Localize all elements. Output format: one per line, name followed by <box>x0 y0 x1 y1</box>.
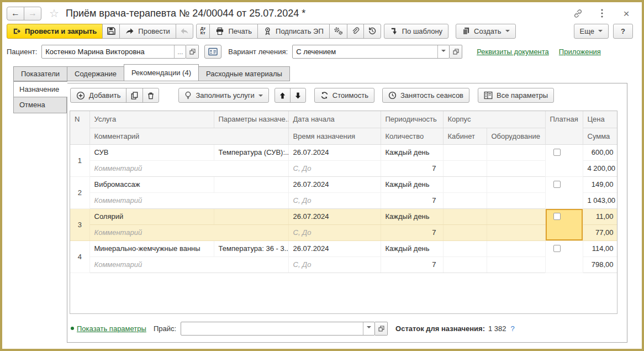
copy-row-button[interactable] <box>126 88 143 103</box>
history-button[interactable] <box>363 24 381 39</box>
cost-button[interactable]: Стоимость <box>314 88 374 103</box>
post-button[interactable]: Провести <box>119 24 176 39</box>
table-row[interactable]: 4 Минерально-жемчужные ванны Температура… <box>70 240 617 256</box>
table-row[interactable]: 1 СУВ Температура (СУВ):... 26.07.2024 К… <box>70 144 617 160</box>
attachments-button[interactable] <box>347 24 364 39</box>
kebab-menu-icon[interactable] <box>597 8 608 19</box>
table-row-selected[interactable]: Комментарий С, До 7 77,00 <box>70 224 617 240</box>
all-params-button[interactable]: Все параметры <box>478 88 554 103</box>
service-cell[interactable]: Вибромассаж <box>89 176 214 192</box>
side-tab-assignment[interactable]: Назначение <box>13 81 67 97</box>
paid-checkbox[interactable] <box>553 149 561 156</box>
date-cell[interactable]: 26.07.2024 <box>288 240 381 256</box>
paid-cell[interactable] <box>545 240 583 273</box>
more-button[interactable]: Еще <box>574 24 609 39</box>
sign-ep-button[interactable]: Подписать ЭП <box>257 24 330 39</box>
price-list-dropdown-button[interactable] <box>363 322 374 335</box>
patient-choose-button[interactable]: ... <box>174 45 186 58</box>
equipment-cell[interactable] <box>487 144 545 160</box>
delete-row-button[interactable] <box>142 88 159 103</box>
cabinet-cell[interactable] <box>443 144 487 160</box>
document-requisites-link[interactable]: Реквизиты документа <box>477 48 549 56</box>
back-button[interactable]: ← <box>7 7 24 20</box>
forward-button[interactable]: → <box>24 7 41 20</box>
favorite-star-icon[interactable]: ☆ <box>49 7 59 20</box>
sum-cell[interactable]: 77,00 <box>583 224 617 240</box>
col-header-periodicity[interactable]: Периодичность <box>381 111 443 128</box>
col-header-cabinet[interactable]: Кабинет <box>443 128 487 144</box>
sum-cell[interactable]: 4 200,00 <box>583 160 617 176</box>
create-button[interactable]: Создать <box>456 24 515 39</box>
col-header-params[interactable]: Параметры назначе... <box>214 111 288 128</box>
tab-materials[interactable]: Расходные материалы <box>198 66 290 81</box>
qty-cell[interactable]: 7 <box>381 256 443 273</box>
service-cell[interactable]: СУВ <box>89 144 214 160</box>
comment-cell[interactable]: Комментарий <box>89 192 288 208</box>
params-cell[interactable] <box>214 176 288 192</box>
time-cell[interactable]: С, До <box>288 192 381 208</box>
side-tab-cancel[interactable]: Отмена <box>13 97 67 113</box>
paid-cell[interactable] <box>545 144 583 176</box>
col-header-assign-time[interactable]: Время назначения <box>288 128 381 144</box>
patient-input[interactable] <box>42 45 174 58</box>
settings-button[interactable] <box>329 24 347 39</box>
time-cell[interactable]: С, До <box>288 160 381 176</box>
params-cell[interactable]: Температура (СУВ):... <box>214 144 288 160</box>
tab-content[interactable]: Содержание <box>67 66 124 81</box>
price-cell[interactable]: 149,00 <box>583 176 617 192</box>
by-template-button[interactable]: По шаблону <box>384 24 448 39</box>
treatment-dropdown-button[interactable] <box>437 45 449 58</box>
col-header-building[interactable]: Корпус <box>443 111 545 128</box>
paid-checkbox[interactable] <box>553 245 561 252</box>
paid-cell[interactable] <box>545 176 583 208</box>
period-cell[interactable]: Каждый день <box>381 144 443 160</box>
price-cell[interactable]: 600,00 <box>583 144 617 160</box>
service-cell[interactable]: Солярий <box>89 208 214 224</box>
date-cell[interactable]: 26.07.2024 <box>288 176 381 192</box>
dtkt-button[interactable]: ДтКт <box>196 24 210 39</box>
patient-card-button[interactable] <box>204 45 221 59</box>
patient-open-button[interactable] <box>186 45 199 59</box>
paid-cell-focused[interactable] <box>545 208 583 240</box>
move-down-button[interactable] <box>290 88 306 103</box>
period-cell[interactable]: Каждый день <box>381 176 443 192</box>
paid-checkbox[interactable] <box>553 213 561 220</box>
undo-button[interactable] <box>176 24 193 39</box>
price-list-open-button[interactable] <box>375 322 388 336</box>
params-cell[interactable] <box>214 208 288 224</box>
comment-cell[interactable]: Комментарий <box>89 224 288 240</box>
paid-checkbox[interactable] <box>553 181 561 188</box>
date-cell[interactable]: 26.07.2024 <box>288 208 381 224</box>
table-row[interactable]: Комментарий С, До 7 798,00 <box>70 256 617 273</box>
sum-cell[interactable]: 1 043,00 <box>583 192 617 208</box>
params-cell[interactable]: Температура: 36 - 3... <box>214 240 288 256</box>
tab-recommendations[interactable]: Рекомендации (4) <box>124 64 199 81</box>
table-row[interactable]: Комментарий С, До 7 1 043,00 <box>70 192 617 208</box>
col-header-price[interactable]: Цена <box>583 111 617 128</box>
table-row[interactable]: Комментарий С, До 7 4 200,00 <box>70 160 617 176</box>
print-button[interactable]: Печать <box>209 24 258 39</box>
price-cell[interactable]: 11,00 <box>583 208 617 224</box>
table-row-selected[interactable]: 3 Солярий 26.07.2024 Каждый день 11,00 <box>70 208 617 224</box>
show-params-link[interactable]: Показать параметры <box>77 324 146 333</box>
fill-services-button[interactable]: Заполнить услуги <box>178 88 268 103</box>
col-header-date-start[interactable]: Дата начала <box>288 111 381 128</box>
time-cell[interactable]: С, До <box>288 224 381 240</box>
tab-indicators[interactable]: Показатели <box>13 66 67 81</box>
period-cell[interactable]: Каждый день <box>381 208 443 224</box>
comment-cell[interactable]: Комментарий <box>89 160 288 176</box>
price-list-input[interactable] <box>181 322 363 335</box>
time-cell[interactable]: С, До <box>288 256 381 273</box>
col-header-quantity[interactable]: Количество <box>381 128 443 144</box>
treatment-open-button[interactable] <box>450 45 462 59</box>
service-cell[interactable]: Минерально-жемчужные ванны <box>89 240 214 256</box>
qty-cell[interactable]: 7 <box>381 160 443 176</box>
sessions-busy-button[interactable]: Занятость сеансов <box>382 88 469 103</box>
col-header-num[interactable]: N <box>70 111 89 144</box>
sum-cell[interactable]: 798,00 <box>583 256 617 273</box>
date-cell[interactable]: 26.07.2024 <box>288 144 381 160</box>
table-row[interactable]: 2 Вибромассаж 26.07.2024 Каждый день 149… <box>70 176 617 192</box>
help-button[interactable]: ? <box>613 24 633 39</box>
col-header-sum[interactable]: Сумма <box>583 128 617 144</box>
treatment-input[interactable] <box>293 45 437 58</box>
